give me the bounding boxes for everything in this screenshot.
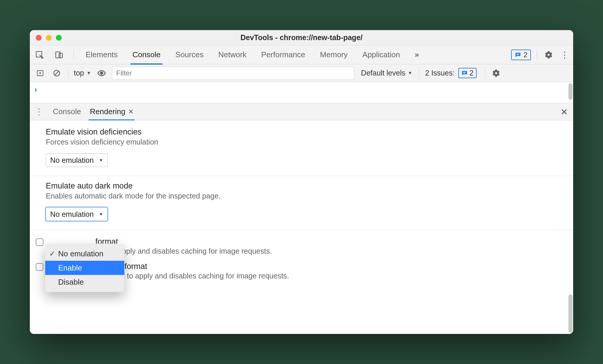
separator <box>537 50 537 60</box>
scrollbar-thumb[interactable] <box>568 83 573 100</box>
tab-elements[interactable]: Elements <box>85 45 118 64</box>
close-tab-icon[interactable]: ✕ <box>128 108 133 116</box>
svg-rect-10 <box>463 73 465 73</box>
option-label: No emulation <box>58 249 103 258</box>
svg-rect-9 <box>463 72 466 73</box>
section-subtitle: Enables automatic dark mode for the insp… <box>46 192 557 200</box>
drawer-tab-console[interactable]: Console <box>52 103 82 120</box>
filter-field <box>112 67 354 80</box>
svg-rect-3 <box>516 54 519 54</box>
separator <box>485 68 485 78</box>
vision-deficiency-select[interactable]: No emulation ▼ <box>46 153 107 167</box>
issues-badge[interactable]: 2 <box>511 50 531 60</box>
titlebar: DevTools - chrome://new-tab-page/ <box>30 30 573 45</box>
svg-rect-2 <box>59 53 62 58</box>
issues-count: 2 <box>470 69 474 77</box>
option-label: Enable <box>58 263 82 273</box>
zoom-window-button[interactable] <box>56 35 62 41</box>
chat-icon <box>515 52 521 58</box>
issues-summary[interactable]: 2 Issues: 2 <box>419 68 477 78</box>
tabs-overflow-icon[interactable]: » <box>414 45 420 64</box>
devtools-window: DevTools - chrome://new-tab-page/ Elemen… <box>30 30 573 334</box>
toolbar-right: 2 ⋮ <box>511 49 570 60</box>
chat-icon <box>461 70 468 76</box>
dropdown-option-no-emulation[interactable]: ✓ No emulation <box>45 247 124 261</box>
option-label: Disable <box>58 278 84 287</box>
drawer-menu-icon[interactable]: ⋮ <box>33 106 45 117</box>
dropdown-option-disable[interactable]: Disable <box>45 275 124 289</box>
chevron-down-icon: ▼ <box>87 70 91 76</box>
console-toolbar: top ▼ Default levels ▼ 2 Issues: 2 <box>30 64 573 82</box>
tab-memory[interactable]: Memory <box>319 45 348 64</box>
inspect-element-icon[interactable] <box>33 49 46 61</box>
device-toolbar-icon[interactable] <box>53 49 65 61</box>
rendering-panel: Emulate vision deficiencies Forces visio… <box>30 120 573 334</box>
checkmark-icon: ✓ <box>49 250 55 258</box>
console-prompt[interactable]: › <box>30 82 573 103</box>
tab-console[interactable]: Console <box>132 45 161 64</box>
section-title: Emulate auto dark mode <box>46 181 557 191</box>
main-toolbar: Elements Console Sources Network Perform… <box>30 45 573 64</box>
svg-rect-4 <box>516 55 518 55</box>
svg-point-8 <box>100 72 103 75</box>
panel-tabs: Elements Console Sources Network Perform… <box>85 45 504 64</box>
window-title: DevTools - chrome://new-tab-page/ <box>30 33 573 42</box>
chevron-down-icon: ▼ <box>99 158 103 163</box>
close-window-button[interactable] <box>36 35 42 41</box>
issues-badge-count: 2 <box>524 51 527 59</box>
chevron-down-icon: ▼ <box>99 212 103 217</box>
clear-console-icon[interactable] <box>50 67 63 79</box>
section-title: Emulate vision deficiencies <box>46 127 557 137</box>
disable-avif-checkbox[interactable] <box>36 238 43 246</box>
section-subtitle: Forces vision deficiency emulation <box>46 138 557 146</box>
live-expression-icon[interactable] <box>95 67 108 79</box>
disable-webp-checkbox[interactable] <box>36 263 43 271</box>
section-vision-deficiencies: Emulate vision deficiencies Forces visio… <box>30 122 573 176</box>
select-value: No emulation <box>50 156 94 165</box>
issues-label: 2 Issues: <box>425 69 455 77</box>
dropdown-option-enable[interactable]: Enable <box>45 261 124 275</box>
tab-network[interactable]: Network <box>218 45 247 64</box>
context-label: top <box>74 69 84 77</box>
log-levels-selector[interactable]: Default levels ▼ <box>361 69 413 77</box>
chevron-down-icon: ▼ <box>408 70 413 76</box>
window-controls <box>36 35 62 41</box>
minimize-window-button[interactable] <box>46 35 52 41</box>
close-drawer-icon[interactable]: ✕ <box>560 107 568 117</box>
prompt-caret-icon: › <box>35 85 37 94</box>
filter-input[interactable] <box>112 67 354 80</box>
levels-label: Default levels <box>361 69 405 77</box>
svg-line-7 <box>55 71 59 75</box>
svg-rect-1 <box>56 52 60 58</box>
section-auto-dark-mode: Emulate auto dark mode Enables automatic… <box>30 176 573 230</box>
select-value: No emulation <box>50 210 94 219</box>
scrollbar-thumb[interactable] <box>568 294 573 333</box>
console-settings-icon[interactable] <box>490 68 502 79</box>
more-menu-icon[interactable]: ⋮ <box>559 49 570 60</box>
tab-performance[interactable]: Performance <box>261 45 306 64</box>
auto-dark-mode-dropdown: ✓ No emulation Enable Disable <box>45 244 124 292</box>
tab-sources[interactable]: Sources <box>175 45 204 64</box>
drawer-tab-rendering[interactable]: Rendering ✕ <box>89 103 134 120</box>
separator <box>74 50 74 60</box>
drawer-tabs: ⋮ Console Rendering ✕ ✕ <box>30 103 573 120</box>
separator <box>68 68 69 78</box>
auto-dark-mode-select[interactable]: No emulation ▼ <box>46 207 107 221</box>
context-selector[interactable]: top ▼ <box>74 69 91 77</box>
toggle-sidebar-icon[interactable] <box>34 67 46 79</box>
drawer-tab-label: Rendering <box>90 107 125 116</box>
settings-icon[interactable] <box>543 49 554 60</box>
tab-application[interactable]: Application <box>362 45 400 64</box>
